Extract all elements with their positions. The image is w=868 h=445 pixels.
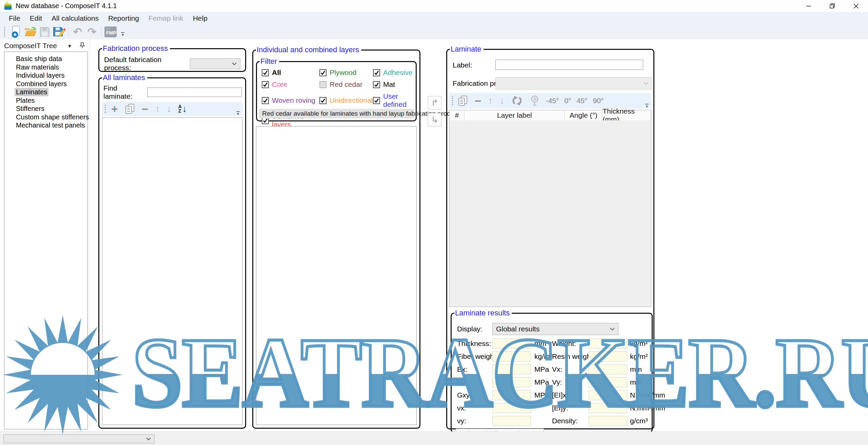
- eiy-value[interactable]: [589, 403, 627, 413]
- menu-reporting[interactable]: Reporting: [103, 12, 144, 24]
- ex-value[interactable]: [492, 364, 531, 374]
- toolbar-grip[interactable]: [105, 105, 106, 113]
- move-down-button[interactable]: ↓: [167, 103, 172, 114]
- close-button[interactable]: [844, 0, 868, 12]
- angle-minus45-button[interactable]: -45°: [546, 97, 559, 105]
- menu-edit[interactable]: Edit: [25, 12, 47, 24]
- toolbar-grip[interactable]: [4, 27, 5, 37]
- thickness-value[interactable]: [492, 338, 531, 349]
- column-header-thickness[interactable]: Thickness (mm): [603, 110, 651, 120]
- checkbox-checked-icon: [262, 97, 269, 104]
- angle-90-button[interactable]: 90°: [593, 97, 604, 105]
- angle-45-button[interactable]: 45°: [577, 97, 588, 105]
- filter-group: Filter All Plywood Adhesive Core: [256, 57, 417, 121]
- redo-button[interactable]: ↷: [85, 25, 99, 39]
- filter-checkbox-all[interactable]: All: [262, 69, 319, 77]
- filter-checkbox-plywood[interactable]: Plywood: [319, 69, 373, 77]
- menu-femap-link[interactable]: Femap link: [144, 12, 188, 24]
- move-layer-down-button[interactable]: ↓: [500, 95, 505, 106]
- filter-checkbox-user-defined[interactable]: User defined: [373, 92, 413, 109]
- display-dropdown[interactable]: Global results: [492, 323, 618, 335]
- tree-item-custom-shape-stiffeners[interactable]: Custom shape stiffeners: [4, 113, 87, 121]
- tree-item-combined-layers[interactable]: Combined layers: [4, 80, 87, 88]
- laminate-label-input[interactable]: [495, 60, 643, 70]
- mirror-icon: [530, 95, 540, 107]
- tree-item-mechanical-test-panels[interactable]: Mechanical test panels: [4, 121, 87, 130]
- close-icon: [854, 4, 859, 8]
- restore-button[interactable]: [821, 0, 844, 12]
- minimize-button[interactable]: [797, 0, 821, 12]
- vy-value[interactable]: [589, 377, 627, 387]
- tree-item-stiffeners[interactable]: Stiffeners: [4, 104, 87, 113]
- chevron-down-icon[interactable]: ▼: [67, 43, 72, 49]
- femap-export-button[interactable]: SC FMP: [103, 25, 118, 39]
- pin-icon[interactable]: [79, 42, 85, 49]
- menu-file[interactable]: File: [4, 12, 25, 24]
- tree-item-laminates[interactable]: Laminates: [4, 88, 87, 96]
- filter-checkbox-unidirectional[interactable]: Unidirectional: [319, 96, 373, 104]
- tree-panel-title: ComposeIT Tree: [4, 42, 57, 50]
- remove-layer-button[interactable]: −: [475, 96, 481, 105]
- mirror-layer-button[interactable]: [530, 95, 540, 107]
- weight-unit: kg/m²: [630, 338, 648, 349]
- ex-unit: MPa: [534, 364, 549, 374]
- filter-checkbox-red-cedar[interactable]: Red cedar: [319, 80, 373, 89]
- toolbar-grip[interactable]: [452, 96, 453, 105]
- laminate-fabrication-dropdown[interactable]: [495, 77, 652, 90]
- save-as-button[interactable]: [52, 25, 66, 39]
- add-laminate-button[interactable]: +: [111, 104, 118, 114]
- laminates-list[interactable]: [102, 117, 242, 425]
- find-laminate-input[interactable]: [147, 88, 242, 97]
- save-button[interactable]: [38, 25, 52, 39]
- rotate-layer-button[interactable]: [511, 95, 523, 107]
- angle-0-button[interactable]: 0°: [565, 97, 571, 105]
- tree-item-individual-layers[interactable]: Individual layers: [4, 71, 87, 80]
- filter-checkbox-core[interactable]: Core: [262, 80, 319, 89]
- menu-bar: File Edit All calculations Reporting Fem…: [0, 12, 868, 24]
- undo-button[interactable]: ↶: [71, 25, 85, 39]
- menu-help[interactable]: Help: [188, 12, 212, 24]
- default-fabrication-process-dropdown[interactable]: [190, 58, 240, 69]
- tree-item-plates[interactable]: Plates: [4, 96, 87, 105]
- weight-value[interactable]: [589, 338, 627, 349]
- ey-value[interactable]: [492, 377, 531, 387]
- bottom-dropdown[interactable]: [3, 434, 155, 443]
- move-layer-up-button[interactable]: ↑: [488, 95, 493, 106]
- insert-layer-to-laminate-button[interactable]: ↳: [428, 113, 441, 127]
- layers-table-body[interactable]: [449, 120, 651, 307]
- open-database-button[interactable]: [23, 25, 38, 39]
- checkbox-checked-icon: [373, 69, 380, 76]
- chevron-down-icon: ▾: [122, 34, 124, 36]
- toolbar-overflow-button[interactable]: ▾: [121, 32, 124, 36]
- filter-checkbox-mat[interactable]: Mat: [373, 80, 413, 89]
- column-header-angle[interactable]: Angle (°): [565, 110, 603, 120]
- copy-laminate-button[interactable]: [125, 103, 135, 114]
- composeit-window: New database - ComposeIT 4.1.1 File Edit…: [0, 0, 868, 445]
- fiber-weight-value[interactable]: [492, 351, 531, 362]
- new-database-button[interactable]: [9, 25, 23, 39]
- vx-value[interactable]: [589, 364, 627, 374]
- filter-checkbox-adhesive[interactable]: Adhesive: [373, 69, 413, 77]
- panel-splitter[interactable]: [89, 39, 90, 431]
- toolbar-overflow-button[interactable]: ▾: [236, 111, 240, 115]
- eix-value[interactable]: [589, 390, 627, 400]
- tree-item-basic-ship-data[interactable]: Basic ship data: [4, 55, 87, 63]
- layers-list[interactable]: [256, 126, 417, 425]
- nux-value[interactable]: [492, 403, 531, 413]
- bottom-bar: [0, 431, 868, 445]
- sort-alphabetical-button[interactable]: AZ ↓: [178, 104, 187, 114]
- copy-layer-button[interactable]: [458, 95, 468, 106]
- move-up-button[interactable]: ↑: [155, 103, 160, 114]
- column-header-number[interactable]: #: [450, 110, 465, 120]
- filter-checkbox-woven-roving[interactable]: Woven roving: [262, 96, 319, 104]
- tree-item-raw-materials[interactable]: Raw materials: [4, 63, 87, 72]
- nuy-value[interactable]: [492, 416, 531, 426]
- resin-weight-value[interactable]: [589, 351, 627, 362]
- add-layer-to-laminate-button[interactable]: ↱: [428, 96, 441, 110]
- menu-all-calculations[interactable]: All calculations: [47, 12, 103, 24]
- density-value[interactable]: [589, 416, 627, 426]
- column-header-layer-label[interactable]: Layer label: [465, 110, 565, 120]
- remove-laminate-button[interactable]: −: [142, 104, 149, 113]
- gxy-value[interactable]: [492, 390, 531, 400]
- filter-checkbox-grid: All Plywood Adhesive Core Red cedar: [262, 69, 413, 129]
